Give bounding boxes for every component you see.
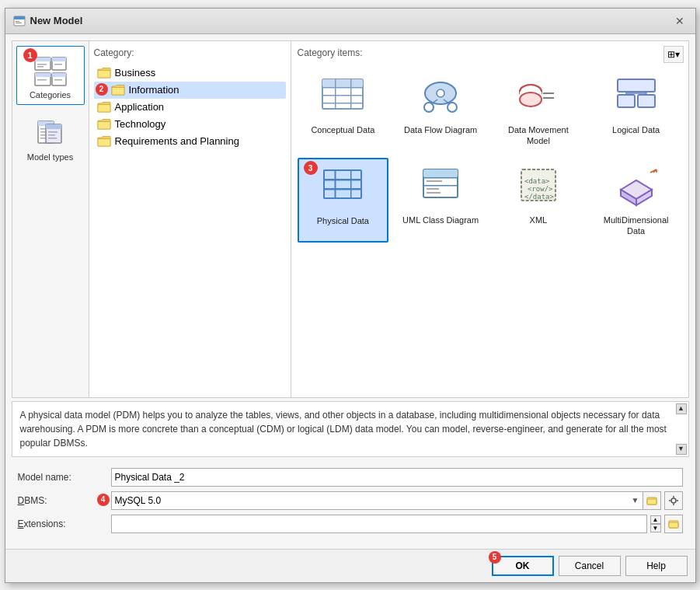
physical-data-badge: 3 xyxy=(304,161,318,175)
conceptual-data-icon xyxy=(318,73,367,123)
folder-icon-application xyxy=(97,101,111,113)
uml-class-icon xyxy=(416,163,465,213)
extensions-input[interactable] xyxy=(111,515,647,533)
extensions-spinner: ▲ ▼ xyxy=(650,515,661,532)
ok-label: OK xyxy=(516,560,530,571)
category-application[interactable]: Application xyxy=(94,99,286,116)
form-section: Model name: DBMS: 4 MySQL 5.0 ▼ xyxy=(12,463,689,543)
folder-icon-business xyxy=(97,67,111,79)
uml-class-label: UML Class Diagram xyxy=(402,215,479,225)
dbms-select[interactable]: MySQL 5.0 xyxy=(111,491,644,510)
item-data-flow[interactable]: Data Flow Diagram xyxy=(395,68,486,152)
ok-badge: 5 xyxy=(489,551,501,564)
svg-rect-47 xyxy=(618,79,655,92)
category-requirements[interactable]: Requirements and Planning xyxy=(94,133,286,150)
item-xml[interactable]: <data> <row/> </data> XML xyxy=(493,158,584,243)
item-logical-data[interactable]: Logical Data xyxy=(590,68,682,152)
folder-icon-technology xyxy=(97,118,111,131)
extensions-folder-icon xyxy=(668,518,679,529)
data-flow-label: Data Flow Diagram xyxy=(404,124,477,135)
svg-rect-16 xyxy=(54,79,62,81)
model-name-row: Model name: xyxy=(18,468,683,487)
conceptual-data-label: Conceptual Data xyxy=(311,124,374,135)
svg-rect-67 xyxy=(427,192,441,194)
items-header: Category items: xyxy=(298,47,682,58)
svg-rect-24 xyxy=(46,124,61,129)
model-name-input[interactable] xyxy=(111,468,683,487)
svg-rect-66 xyxy=(427,188,439,190)
categories-icon xyxy=(32,51,69,89)
extensions-spin-up[interactable]: ▲ xyxy=(650,515,661,524)
item-uml-class[interactable]: UML Class Diagram xyxy=(395,158,486,243)
svg-rect-10 xyxy=(54,64,62,65)
svg-rect-9 xyxy=(52,58,66,61)
item-physical-data[interactable]: 3 xyxy=(298,158,389,243)
items-grid: Conceptual Data xyxy=(298,65,682,243)
physical-data-icon xyxy=(318,164,367,214)
svg-rect-54 xyxy=(324,180,361,189)
nav-item-model-types[interactable]: Model types xyxy=(16,108,85,167)
svg-rect-32 xyxy=(322,103,363,104)
category-header: Category: xyxy=(94,47,286,58)
dbms-browse-button[interactable] xyxy=(643,491,661,510)
multidimensional-label: MultiDimensional Data xyxy=(594,215,678,237)
cancel-button[interactable]: Cancel xyxy=(559,556,621,576)
category-business-label: Business xyxy=(115,67,156,79)
svg-rect-59 xyxy=(324,180,361,181)
extensions-browse-button[interactable] xyxy=(664,515,683,533)
category-business[interactable]: Business xyxy=(94,65,286,82)
item-conceptual-data[interactable]: Conceptual Data xyxy=(298,68,389,152)
svg-rect-55 xyxy=(324,189,361,198)
xml-icon: <data> <row/> </data> xyxy=(514,163,563,213)
svg-rect-33 xyxy=(335,79,336,109)
svg-rect-3 xyxy=(16,23,22,23)
svg-rect-5 xyxy=(35,58,50,61)
description-area: A physical data model (PDM) helps you to… xyxy=(12,401,689,457)
description-scrollbar[interactable]: ▲ ▼ xyxy=(676,403,687,455)
model-name-label: Model name: xyxy=(18,472,111,483)
svg-text:<data>: <data> xyxy=(524,177,550,185)
svg-rect-22 xyxy=(40,138,46,139)
svg-point-80 xyxy=(671,498,676,503)
extensions-wrap: ▲ ▼ xyxy=(111,515,683,533)
dbms-config-button[interactable] xyxy=(664,491,683,510)
scroll-down-button[interactable]: ▼ xyxy=(676,444,687,455)
scroll-up-button[interactable]: ▲ xyxy=(676,403,687,414)
svg-rect-58 xyxy=(350,170,352,198)
model-types-icon xyxy=(32,113,69,151)
left-nav-panel: 1 xyxy=(12,40,89,398)
ok-button[interactable]: 5 OK xyxy=(492,556,554,576)
svg-rect-6 xyxy=(37,64,47,65)
help-button[interactable]: Help xyxy=(625,556,688,576)
svg-rect-27 xyxy=(48,138,57,139)
folder-icon-information xyxy=(111,84,125,96)
dialog-body: 1 xyxy=(5,34,695,549)
model-types-label: Model types xyxy=(27,152,73,162)
folder-icon-requirements xyxy=(97,135,111,148)
svg-rect-49 xyxy=(638,95,655,107)
svg-point-44 xyxy=(520,93,542,106)
categories-label: Categories xyxy=(30,90,71,99)
view-toggle-button[interactable]: ⊞▾ xyxy=(663,46,684,63)
nav-item-categories[interactable]: 1 xyxy=(16,46,85,105)
dialog-title: New Model xyxy=(30,15,83,26)
close-button[interactable]: ✕ xyxy=(672,13,688,29)
category-information[interactable]: 2 Information xyxy=(94,82,286,99)
extensions-row: Extensions: ▲ ▼ xyxy=(18,515,683,533)
data-movement-icon xyxy=(514,73,563,123)
svg-rect-79 xyxy=(647,499,656,504)
category-information-label: Information xyxy=(129,84,179,96)
svg-rect-65 xyxy=(427,180,442,182)
categories-badge: 1 xyxy=(23,48,37,62)
extensions-spin-down[interactable]: ▼ xyxy=(650,524,661,532)
item-data-movement[interactable]: Data Movement Model xyxy=(493,68,584,152)
svg-rect-13 xyxy=(37,79,47,81)
item-multidimensional[interactable]: MultiDimensional Data xyxy=(590,158,682,243)
category-technology[interactable]: Technology xyxy=(94,116,286,133)
physical-data-label: Physical Data xyxy=(317,215,369,226)
footer-bar: 5 OK Cancel Help xyxy=(5,549,695,582)
config-icon xyxy=(668,495,679,506)
dialog-icon xyxy=(13,15,26,27)
svg-rect-25 xyxy=(48,131,57,133)
data-flow-icon xyxy=(416,73,465,123)
